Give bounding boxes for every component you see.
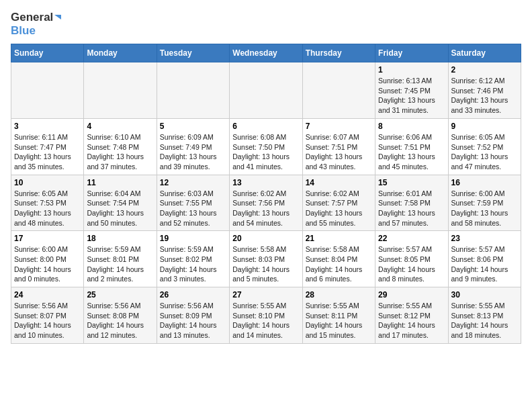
calendar-week-row: 1Sunrise: 6:13 AM Sunset: 7:45 PM Daylig… — [11, 62, 521, 119]
calendar-cell — [157, 62, 229, 119]
day-info: Sunrise: 6:13 AM Sunset: 7:45 PM Dayligh… — [378, 76, 445, 116]
calendar-cell — [302, 62, 375, 119]
day-number: 6 — [232, 122, 299, 131]
weekday-header-cell: Wednesday — [230, 44, 302, 62]
day-info: Sunrise: 6:00 AM Sunset: 8:00 PM Dayligh… — [14, 244, 81, 284]
day-info: Sunrise: 5:56 AM Sunset: 8:07 PM Dayligh… — [14, 301, 81, 340]
day-info: Sunrise: 6:05 AM Sunset: 7:52 PM Dayligh… — [451, 132, 518, 172]
day-number: 21 — [306, 234, 372, 243]
calendar-cell — [11, 62, 84, 119]
calendar-cell: 5Sunrise: 6:09 AM Sunset: 7:49 PM Daylig… — [157, 118, 229, 175]
calendar-cell: 10Sunrise: 6:05 AM Sunset: 7:53 PM Dayli… — [11, 175, 84, 231]
day-number: 1 — [378, 65, 445, 75]
day-info: Sunrise: 6:01 AM Sunset: 7:58 PM Dayligh… — [378, 189, 445, 228]
day-number: 9 — [451, 122, 518, 131]
day-number: 22 — [378, 234, 445, 243]
day-info: Sunrise: 5:56 AM Sunset: 8:08 PM Dayligh… — [87, 301, 153, 340]
day-info: Sunrise: 5:58 AM Sunset: 8:04 PM Dayligh… — [306, 244, 372, 284]
day-info: Sunrise: 5:55 AM Sunset: 8:10 PM Dayligh… — [232, 301, 299, 340]
day-info: Sunrise: 5:59 AM Sunset: 8:02 PM Dayligh… — [160, 244, 226, 284]
day-info: Sunrise: 5:57 AM Sunset: 8:05 PM Dayligh… — [378, 244, 445, 284]
day-number: 23 — [451, 234, 518, 243]
day-info: Sunrise: 6:12 AM Sunset: 7:46 PM Dayligh… — [451, 76, 518, 116]
day-info: Sunrise: 6:04 AM Sunset: 7:54 PM Dayligh… — [87, 189, 153, 228]
day-number: 27 — [232, 290, 299, 300]
day-number: 11 — [87, 178, 153, 187]
calendar-cell: 2Sunrise: 6:12 AM Sunset: 7:46 PM Daylig… — [448, 62, 521, 119]
day-info: Sunrise: 5:57 AM Sunset: 8:06 PM Dayligh… — [451, 244, 518, 284]
day-number: 24 — [14, 290, 81, 300]
calendar-cell: 6Sunrise: 6:08 AM Sunset: 7:50 PM Daylig… — [230, 118, 302, 175]
day-info: Sunrise: 6:06 AM Sunset: 7:51 PM Dayligh… — [378, 132, 445, 172]
day-number: 2 — [451, 65, 518, 75]
calendar-cell: 4Sunrise: 6:10 AM Sunset: 7:48 PM Daylig… — [84, 118, 157, 175]
day-number: 3 — [14, 122, 81, 131]
day-number: 10 — [14, 178, 81, 187]
weekday-header-cell: Tuesday — [157, 44, 229, 62]
calendar-cell: 28Sunrise: 5:55 AM Sunset: 8:11 PM Dayli… — [302, 287, 375, 344]
day-number: 5 — [160, 122, 226, 131]
day-info: Sunrise: 6:03 AM Sunset: 7:55 PM Dayligh… — [160, 189, 226, 228]
day-info: Sunrise: 6:07 AM Sunset: 7:51 PM Dayligh… — [306, 132, 372, 172]
page-header: General Blue — [11, 11, 521, 37]
calendar-cell: 26Sunrise: 5:56 AM Sunset: 8:09 PM Dayli… — [157, 287, 229, 344]
calendar-cell: 18Sunrise: 5:59 AM Sunset: 8:01 PM Dayli… — [84, 231, 157, 287]
day-info: Sunrise: 6:11 AM Sunset: 7:47 PM Dayligh… — [14, 132, 81, 172]
calendar-cell: 29Sunrise: 5:55 AM Sunset: 8:12 PM Dayli… — [375, 287, 448, 344]
weekday-header-cell: Saturday — [448, 44, 521, 62]
day-info: Sunrise: 6:02 AM Sunset: 7:56 PM Dayligh… — [232, 189, 299, 228]
day-number: 20 — [232, 234, 299, 243]
calendar-cell: 11Sunrise: 6:04 AM Sunset: 7:54 PM Dayli… — [84, 175, 157, 231]
calendar-week-row: 17Sunrise: 6:00 AM Sunset: 8:00 PM Dayli… — [11, 231, 521, 287]
weekday-header-cell: Sunday — [11, 44, 84, 62]
day-number: 8 — [378, 122, 445, 131]
calendar-cell: 14Sunrise: 6:02 AM Sunset: 7:57 PM Dayli… — [302, 175, 375, 231]
calendar-cell: 22Sunrise: 5:57 AM Sunset: 8:05 PM Dayli… — [375, 231, 448, 287]
calendar-cell: 8Sunrise: 6:06 AM Sunset: 7:51 PM Daylig… — [375, 118, 448, 175]
calendar-cell: 7Sunrise: 6:07 AM Sunset: 7:51 PM Daylig… — [302, 118, 375, 175]
weekday-header-cell: Thursday — [302, 44, 375, 62]
day-number: 28 — [306, 290, 372, 300]
calendar-table: SundayMondayTuesdayWednesdayThursdayFrid… — [11, 44, 521, 344]
day-info: Sunrise: 6:08 AM Sunset: 7:50 PM Dayligh… — [232, 132, 299, 172]
calendar-cell: 21Sunrise: 5:58 AM Sunset: 8:04 PM Dayli… — [302, 231, 375, 287]
day-number: 15 — [378, 178, 445, 187]
day-info: Sunrise: 5:55 AM Sunset: 8:12 PM Dayligh… — [378, 301, 445, 340]
day-info: Sunrise: 6:09 AM Sunset: 7:49 PM Dayligh… — [160, 132, 226, 172]
calendar-cell: 23Sunrise: 5:57 AM Sunset: 8:06 PM Dayli… — [448, 231, 521, 287]
calendar-cell: 13Sunrise: 6:02 AM Sunset: 7:56 PM Dayli… — [230, 175, 302, 231]
day-number: 29 — [378, 290, 445, 300]
calendar-week-row: 24Sunrise: 5:56 AM Sunset: 8:07 PM Dayli… — [11, 287, 521, 344]
day-number: 7 — [306, 122, 372, 131]
day-number: 17 — [14, 234, 81, 243]
calendar-cell: 25Sunrise: 5:56 AM Sunset: 8:08 PM Dayli… — [84, 287, 157, 344]
calendar-week-row: 3Sunrise: 6:11 AM Sunset: 7:47 PM Daylig… — [11, 118, 521, 175]
calendar-cell: 30Sunrise: 5:55 AM Sunset: 8:13 PM Dayli… — [448, 287, 521, 344]
calendar-body: 1Sunrise: 6:13 AM Sunset: 7:45 PM Daylig… — [11, 62, 521, 344]
day-info: Sunrise: 6:02 AM Sunset: 7:57 PM Dayligh… — [306, 189, 372, 228]
day-number: 16 — [451, 178, 518, 187]
day-info: Sunrise: 6:05 AM Sunset: 7:53 PM Dayligh… — [14, 189, 81, 228]
weekday-header-row: SundayMondayTuesdayWednesdayThursdayFrid… — [11, 44, 521, 62]
calendar-cell: 3Sunrise: 6:11 AM Sunset: 7:47 PM Daylig… — [11, 118, 84, 175]
day-number: 4 — [87, 122, 153, 131]
day-number: 12 — [160, 178, 226, 187]
day-info: Sunrise: 6:10 AM Sunset: 7:48 PM Dayligh… — [87, 132, 153, 172]
day-number: 25 — [87, 290, 153, 300]
calendar-cell: 16Sunrise: 6:00 AM Sunset: 7:59 PM Dayli… — [448, 175, 521, 231]
day-info: Sunrise: 5:56 AM Sunset: 8:09 PM Dayligh… — [160, 301, 226, 340]
day-number: 19 — [160, 234, 226, 243]
calendar-cell: 27Sunrise: 5:55 AM Sunset: 8:10 PM Dayli… — [230, 287, 302, 344]
day-info: Sunrise: 5:55 AM Sunset: 8:11 PM Dayligh… — [306, 301, 372, 340]
day-info: Sunrise: 6:00 AM Sunset: 7:59 PM Dayligh… — [451, 189, 518, 228]
day-number: 26 — [160, 290, 226, 300]
day-info: Sunrise: 5:59 AM Sunset: 8:01 PM Dayligh… — [87, 244, 153, 284]
calendar-cell — [230, 62, 302, 119]
day-info: Sunrise: 5:55 AM Sunset: 8:13 PM Dayligh… — [451, 301, 518, 340]
calendar-week-row: 10Sunrise: 6:05 AM Sunset: 7:53 PM Dayli… — [11, 175, 521, 231]
calendar-cell: 12Sunrise: 6:03 AM Sunset: 7:55 PM Dayli… — [157, 175, 229, 231]
calendar-cell: 9Sunrise: 6:05 AM Sunset: 7:52 PM Daylig… — [448, 118, 521, 175]
day-info: Sunrise: 5:58 AM Sunset: 8:03 PM Dayligh… — [232, 244, 299, 284]
day-number: 30 — [451, 290, 518, 300]
calendar-cell — [84, 62, 157, 119]
